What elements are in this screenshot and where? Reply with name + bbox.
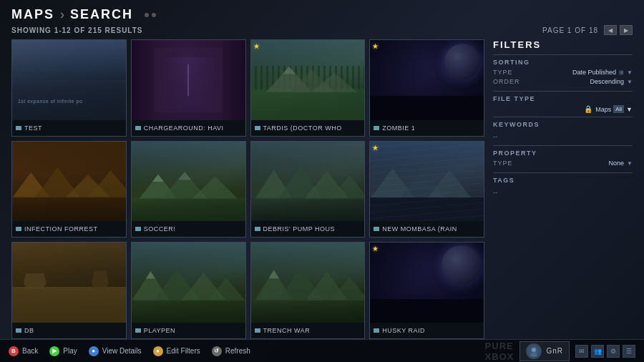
bottom-icons: ✉ 👥 ⚙ ☰: [575, 345, 635, 358]
page-title-maps: MAPS: [11, 7, 54, 22]
settings-icon[interactable]: ⚙: [607, 345, 620, 358]
map-item-infection[interactable]: Infection Forrest: [11, 141, 127, 238]
tags-label: TAGS: [493, 177, 633, 184]
back-action[interactable]: B Back: [9, 346, 38, 356]
property-type-text: None: [609, 160, 625, 167]
map-thumbnail-mombasa: [370, 142, 484, 222]
refresh-action[interactable]: ↺ Refresh: [212, 346, 250, 356]
svg-point-30: [532, 348, 536, 352]
map-type-icon: [16, 126, 21, 130]
map-item-playpen[interactable]: Playpen: [131, 242, 246, 339]
grid-row-3: DB: [11, 242, 484, 339]
map-label-charge: Chargearound: Havi: [132, 120, 245, 136]
play-action[interactable]: ▶ Play: [49, 346, 77, 356]
map-label-db: DB: [12, 323, 126, 338]
filter-section-tags: TAGS --: [493, 172, 633, 201]
main-content: 1st expanse of infinite po Test: [0, 39, 644, 339]
map-item-zombie[interactable]: ★ Zombie 1: [369, 39, 484, 137]
map-label-husky: HUSKY RAID: [370, 323, 484, 338]
map-label-trench: Trench War: [251, 323, 365, 338]
filter-type-row: TYPE Date Published ⊞ ▼: [493, 69, 633, 76]
map-label-zombie: Zombie 1: [370, 120, 484, 136]
planet-decoration: [444, 44, 480, 79]
map-type-icon: [374, 328, 379, 333]
header-dot-1: [145, 13, 149, 17]
map-thumbnail-charge: [132, 40, 245, 120]
map-label-infection: Infection Forrest: [12, 221, 126, 237]
filetype-dropdown-arrow: ▼: [626, 106, 633, 113]
map-type-icon: [255, 227, 260, 231]
play-label: Play: [63, 347, 77, 355]
bottom-right: PUREXBOX GnR ✉ 👥 ⚙ ☰: [485, 341, 635, 362]
property-type-row: TYPE None ▼: [493, 160, 633, 167]
keywords-value: --: [493, 131, 633, 142]
planet-decoration: [441, 245, 481, 285]
svg-point-31: [530, 353, 537, 357]
user-name: GnR: [546, 347, 563, 355]
star-badge: ★: [253, 42, 260, 50]
map-thumbnail-debris: [251, 142, 365, 222]
map-item-test[interactable]: 1st expanse of infinite po Test: [11, 39, 127, 137]
order-value-text: Descending: [590, 78, 625, 85]
map-item-mombasa[interactable]: ★ New Mombasa (rain: [369, 141, 484, 238]
maps-grid: 1st expanse of infinite po Test: [11, 39, 484, 339]
friends-icon[interactable]: 👥: [591, 345, 604, 358]
map-type-icon: [16, 328, 21, 333]
next-page-icon[interactable]: ▶: [620, 25, 633, 35]
map-thumbnail-tardis: [251, 40, 365, 120]
star-badge: ★: [372, 42, 379, 50]
map-thumbnail-test: 1st expanse of infinite po: [12, 40, 126, 120]
grid-row-2: Infection Forrest: [11, 141, 484, 238]
bottom-actions: B Back ▶ Play ● View Details ● Edit Filt…: [9, 346, 250, 356]
page-nav-icons: ◀ ▶: [604, 25, 633, 35]
lock-icon: 🔒: [584, 105, 592, 113]
map-item-trench[interactable]: Trench War: [250, 242, 366, 339]
chat-icon[interactable]: ✉: [575, 345, 588, 358]
filter-section-filetype: FILE TYPE 🔒 Maps All ▼: [493, 91, 633, 117]
header-separator: ›: [60, 7, 64, 22]
property-label: PROPERTY: [493, 150, 633, 157]
map-type-icon: [255, 126, 260, 130]
maps-badge[interactable]: Maps All ▼: [595, 105, 633, 113]
map-thumbnail-zombie: [370, 40, 484, 120]
filetype-label: FILE TYPE: [493, 95, 633, 102]
property-type-value[interactable]: None ▼: [609, 160, 633, 167]
back-label: Back: [22, 347, 38, 355]
property-type-key: TYPE: [493, 160, 513, 167]
map-thumbnail-soccer: [132, 142, 245, 222]
star-badge: ★: [372, 245, 379, 253]
map-type-icon: [374, 227, 379, 231]
view-details-action[interactable]: ● View Details: [89, 346, 142, 356]
file-type-row: 🔒 Maps All ▼: [493, 105, 633, 113]
view-button-indicator: ●: [89, 346, 99, 356]
refresh-button-indicator: ↺: [212, 346, 222, 356]
sub-header: SHOWING 1-12 OF 215 RESULTS PAGE 1 OF 18…: [0, 25, 644, 39]
map-type-icon: [135, 227, 141, 231]
order-value[interactable]: Descending ▼: [590, 78, 633, 85]
map-thumbnail-db: [12, 243, 126, 323]
map-item-tardis[interactable]: ★ Tardis (Doctor Who: [250, 39, 366, 137]
map-label-soccer: Soccer!: [132, 221, 245, 237]
menu-icon[interactable]: ☰: [623, 345, 635, 358]
property-dropdown-arrow: ▼: [627, 160, 633, 167]
map-item-charge[interactable]: Chargearound: Havi: [131, 39, 246, 137]
page-title-search: SEARCH: [70, 7, 133, 22]
filter-section-sorting: SORTING TYPE Date Published ⊞ ▼ ORDER De…: [493, 54, 633, 91]
page-info: PAGE 1 OF 18 ◀ ▶: [542, 25, 633, 35]
map-item-debris[interactable]: Debris' Pump Hous: [250, 141, 366, 238]
edit-filters-action[interactable]: ● Edit Filters: [153, 346, 200, 356]
user-avatar: [526, 343, 542, 359]
map-item-db[interactable]: DB: [11, 242, 127, 339]
map-type-icon: [255, 328, 260, 333]
star-badge: ★: [372, 144, 379, 152]
bottom-bar: B Back ▶ Play ● View Details ● Edit Filt…: [0, 339, 644, 362]
type-value[interactable]: Date Published ⊞ ▼: [572, 69, 633, 76]
svg-marker-10: [192, 177, 238, 199]
type-dropdown-arrow: ▼: [627, 69, 633, 76]
tags-value: --: [493, 187, 633, 197]
prev-page-icon[interactable]: ◀: [604, 25, 617, 35]
map-item-soccer[interactable]: Soccer!: [131, 141, 246, 238]
map-item-husky[interactable]: ★ HUSKY RAID: [369, 242, 484, 339]
filter-order-row: ORDER Descending ▼: [493, 78, 633, 85]
user-info: GnR: [519, 341, 570, 361]
